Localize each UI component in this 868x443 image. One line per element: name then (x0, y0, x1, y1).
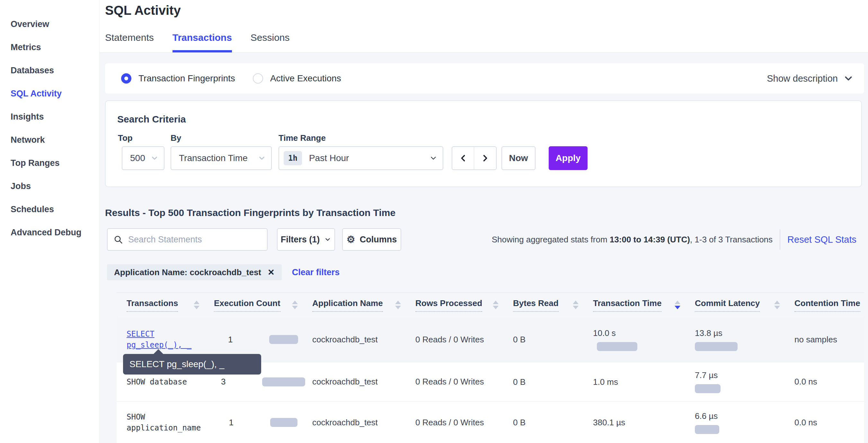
radio-transaction-fingerprints[interactable]: Transaction Fingerprints (121, 73, 235, 84)
time-range-value: Past Hour (309, 153, 349, 163)
filters-button[interactable]: Filters (1) (277, 228, 335, 251)
time-window-stepper (452, 146, 497, 170)
sort-icon[interactable] (774, 301, 780, 309)
reset-sql-stats-link[interactable]: Reset SQL Stats (787, 234, 860, 245)
remove-filter-icon[interactable]: ✕ (268, 267, 275, 277)
search-statements-input[interactable] (128, 235, 261, 245)
column-label[interactable]: Transaction Time (593, 298, 661, 312)
sort-icon-active-desc[interactable] (675, 301, 680, 309)
column-header-transactions: Transactions (127, 293, 214, 317)
results-controls-row: Filters (1) ⚙ Columns Showing aggregated… (107, 228, 860, 251)
chevron-down-icon (258, 154, 266, 163)
clear-filters-link[interactable]: Clear filters (292, 267, 340, 277)
transaction-time-cell: 1.0 ms (593, 362, 695, 401)
page-title: SQL Activity (105, 3, 181, 18)
tab-statements[interactable]: Statements (105, 32, 154, 52)
column-label[interactable]: Commit Latency (695, 298, 760, 312)
table-row[interactable]: SHOW application_name 1 cockroachdb_test… (117, 401, 864, 443)
execution-count-bar (270, 418, 298, 427)
view-toggle-card: Transaction Fingerprints Active Executio… (105, 63, 864, 93)
column-header-application-name: Application Name (312, 293, 415, 317)
rows-processed-cell: 0 Reads / 0 Writes (415, 317, 513, 362)
top-select[interactable]: 500 (122, 146, 164, 170)
tab-sessions[interactable]: Sessions (251, 32, 290, 52)
filter-chip-application-name: Application Name: cockroachdb_test ✕ (107, 264, 282, 280)
column-label[interactable]: Bytes Read (513, 298, 559, 312)
filter-chip-label: Application Name: cockroachdb_test (114, 267, 261, 277)
sidebar-item-sql-activity[interactable]: SQL Activity (0, 82, 99, 105)
sort-icon[interactable] (493, 301, 499, 309)
main-content: SQL Activity Statements Transactions Ses… (100, 0, 868, 443)
time-range-select[interactable]: 1h Past Hour (279, 146, 443, 170)
filters-button-label: Filters (1) (281, 235, 320, 245)
bytes-read-cell: 0 B (513, 317, 593, 362)
radio-label: Active Executions (270, 73, 341, 84)
column-label[interactable]: Application Name (312, 298, 383, 312)
column-header-commit-latency: Commit Latency (695, 293, 795, 317)
sql-activity-page: Overview Metrics Databases SQL Activity … (0, 0, 868, 443)
show-description-label: Show description (767, 73, 838, 84)
column-header-execution-count: Execution Count (214, 293, 312, 317)
chevron-down-icon (429, 154, 437, 163)
contention-time-cell: 0.0 ns (795, 402, 864, 443)
query-line-1[interactable]: SELECT (127, 329, 214, 339)
radio-selected-icon[interactable] (121, 73, 131, 84)
query-tooltip: SELECT pg_sleep(_), _ (123, 354, 261, 375)
contention-time-cell: 0.0 ns (795, 362, 864, 401)
sidebar-item-network[interactable]: Network (0, 128, 99, 151)
column-label[interactable]: Contention Time (795, 298, 860, 312)
sidebar-item-top-ranges[interactable]: Top Ranges (0, 151, 99, 175)
topbar: SQL Activity Statements Transactions Ses… (100, 0, 868, 53)
bytes-read-cell: 0 B (513, 402, 593, 443)
application-name-cell: cockroachdb_test (312, 317, 415, 362)
column-label[interactable]: Transactions (127, 298, 178, 312)
show-description-toggle[interactable]: Show description (767, 73, 853, 84)
query-line-2[interactable]: pg_sleep(_), _ (127, 339, 214, 350)
chevron-down-icon (844, 73, 853, 83)
now-button[interactable]: Now (501, 146, 535, 170)
by-select-value: Transaction Time (179, 153, 248, 163)
chevron-down-icon (150, 154, 159, 163)
commit-latency-bar (695, 425, 719, 434)
sidebar-item-databases[interactable]: Databases (0, 59, 99, 82)
sort-icon[interactable] (292, 301, 298, 309)
sidebar-item-schedules[interactable]: Schedules (0, 198, 99, 221)
radio-active-executions[interactable]: Active Executions (253, 73, 341, 84)
sidebar-item-overview[interactable]: Overview (0, 12, 99, 36)
radio-label: Transaction Fingerprints (138, 73, 235, 84)
transaction-time-cell: 380.1 µs (593, 402, 695, 443)
sidebar-item-advanced-debug[interactable]: Advanced Debug (0, 221, 99, 244)
by-select[interactable]: Transaction Time (170, 146, 272, 170)
commit-latency-bar (695, 384, 720, 393)
previous-time-window-button[interactable] (452, 147, 474, 170)
column-label[interactable]: Execution Count (214, 298, 280, 312)
apply-button[interactable]: Apply (549, 146, 588, 170)
sidebar-item-insights[interactable]: Insights (0, 105, 99, 128)
execution-count-cell: 1 (214, 402, 312, 443)
aggregated-stats-text: Showing aggregated stats from 13:00 to 1… (492, 235, 773, 245)
column-header-bytes-read: Bytes Read (513, 293, 593, 317)
query-tooltip-text: SELECT pg_sleep(_), _ (129, 359, 224, 370)
search-criteria-card: Search Criteria Top By Time Range 500 Tr… (105, 100, 862, 187)
sort-icon[interactable] (395, 301, 401, 309)
tab-transactions[interactable]: Transactions (173, 32, 232, 52)
bytes-read-cell: 0 B (513, 362, 593, 401)
sidebar-item-metrics[interactable]: Metrics (0, 36, 99, 59)
next-time-window-button[interactable] (474, 147, 496, 170)
transaction-fingerprint[interactable]: SHOW application_name (127, 402, 214, 443)
execution-count-bar (262, 377, 305, 386)
time-range-badge: 1h (284, 151, 302, 165)
radio-unselected-icon[interactable] (253, 73, 263, 84)
commit-latency-cell: 13.8 µs (695, 317, 795, 362)
tab-bar: Statements Transactions Sessions (105, 32, 290, 52)
sidebar-item-jobs[interactable]: Jobs (0, 175, 99, 198)
search-statements-box (107, 228, 268, 251)
columns-button[interactable]: ⚙ Columns (342, 228, 401, 251)
sort-icon[interactable] (573, 301, 579, 309)
column-label[interactable]: Rows Processed (415, 298, 482, 312)
by-label: By (170, 133, 181, 143)
sort-icon[interactable] (194, 301, 199, 309)
sidebar: Overview Metrics Databases SQL Activity … (0, 0, 100, 443)
transaction-time-bar (597, 342, 637, 351)
query-line-1: SHOW database (127, 377, 214, 387)
